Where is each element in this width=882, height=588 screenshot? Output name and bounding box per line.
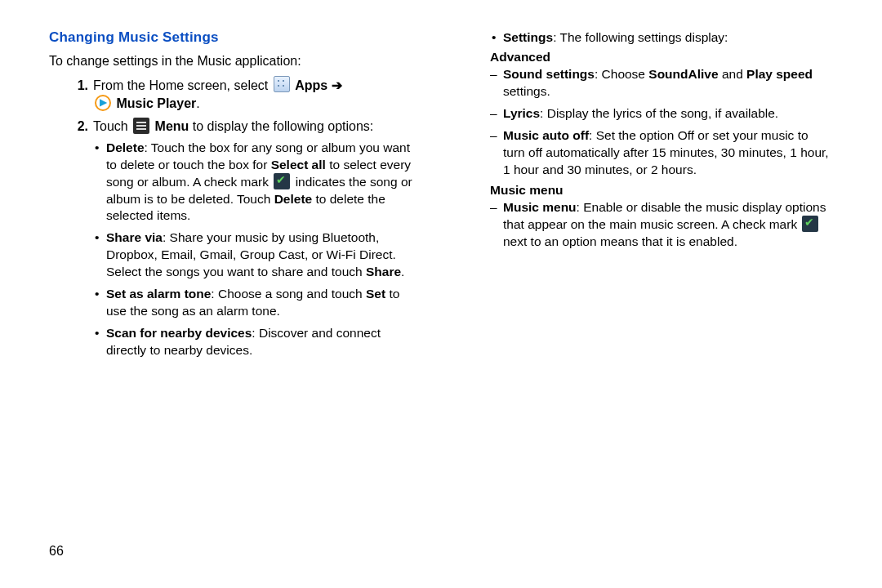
settings-label: Settings: [503, 30, 553, 44]
alarm-set-label: Set: [366, 287, 385, 301]
step2-text-b: to display the following options:: [193, 119, 373, 133]
step-number: 2.: [64, 118, 88, 136]
step-number: 1.: [64, 77, 88, 95]
advanced-heading: Advanced: [490, 50, 833, 65]
menu-options-list: Delete: Touch the box for any song or al…: [93, 140, 416, 359]
sound-and: and: [719, 67, 746, 81]
steps-list: 1. From the Home screen, select Apps ➔ M…: [64, 77, 416, 359]
option-auto-off: Music auto off: Set the option Off or se…: [490, 127, 833, 179]
alarm-text-a: : Choose a song and touch: [211, 287, 366, 301]
arrow-icon: ➔: [332, 78, 342, 92]
menu-icon: [133, 118, 149, 134]
delete-label: Delete: [106, 140, 145, 154]
step1-period: .: [196, 96, 199, 110]
manual-page: Changing Music Settings To change settin…: [0, 0, 882, 588]
option-settings: Settings: The following settings display…: [490, 29, 833, 47]
soundalive-label: SoundAlive: [648, 67, 718, 81]
right-column: Settings: The following settings display…: [441, 29, 833, 572]
delete-touch-label: Delete: [274, 192, 313, 206]
section-heading: Changing Music Settings: [49, 29, 416, 46]
left-column: Changing Music Settings To change settin…: [49, 29, 441, 572]
apps-label: Apps: [295, 78, 327, 92]
step-1: 1. From the Home screen, select Apps ➔ M…: [64, 77, 416, 114]
option-lyrics: Lyrics: Display the lyrics of the song, …: [490, 105, 833, 122]
music-menu-heading: Music menu: [490, 183, 833, 198]
scan-label: Scan for nearby devices: [106, 326, 252, 340]
checkmark-icon: [274, 173, 290, 189]
music-menu-text-b: next to an option means that it is enabl…: [503, 234, 737, 248]
alarm-label: Set as alarm tone: [106, 287, 211, 301]
sound-text-a: : Choose: [595, 67, 648, 81]
sound-label: Sound settings: [503, 67, 595, 81]
page-number: 66: [49, 544, 64, 559]
music-menu-list: Music menu: Enable or disable the music …: [490, 199, 833, 251]
music-player-label: Music Player: [116, 96, 196, 110]
apps-grid-icon: [274, 76, 290, 92]
step2-text-a: Touch: [93, 119, 131, 133]
option-music-menu: Music menu: Enable or disable the music …: [490, 199, 833, 251]
menu-label: Menu: [155, 119, 189, 133]
music-menu-label: Music menu: [503, 200, 577, 214]
intro-text: To change settings in the Music applicat…: [49, 52, 416, 70]
share-label: Share via: [106, 230, 163, 244]
share-text-b: .: [401, 265, 404, 278]
lyrics-text: : Display the lyrics of the song, if ava…: [540, 106, 778, 120]
option-scan: Scan for nearby devices: Discover and co…: [93, 325, 416, 359]
sound-text-b: settings.: [503, 84, 550, 98]
auto-off-label: Music auto off: [503, 128, 589, 142]
playspeed-label: Play speed: [746, 67, 813, 81]
settings-sublist: Advanced Sound settings: Choose SoundAli…: [490, 50, 833, 251]
settings-text: : The following settings display:: [553, 30, 728, 44]
option-alarm: Set as alarm tone: Choose a song and tou…: [93, 286, 416, 320]
option-sound-settings: Sound settings: Choose SoundAlive and Pl…: [490, 66, 833, 100]
option-share: Share via: Share your music by using Blu…: [93, 229, 416, 281]
checkmark-icon: [802, 216, 818, 232]
music-player-icon: [95, 95, 111, 111]
settings-bullet: Settings: The following settings display…: [490, 29, 833, 47]
advanced-list: Sound settings: Choose SoundAlive and Pl…: [490, 66, 833, 179]
option-delete: Delete: Touch the box for any song or al…: [93, 140, 416, 225]
step1-text-a: From the Home screen, select: [93, 78, 272, 92]
step-2: 2. Touch Menu to display the following o…: [64, 118, 416, 359]
select-all-label: Select all: [271, 158, 326, 172]
share-touch-label: Share: [366, 265, 401, 278]
lyrics-label: Lyrics: [503, 106, 540, 120]
